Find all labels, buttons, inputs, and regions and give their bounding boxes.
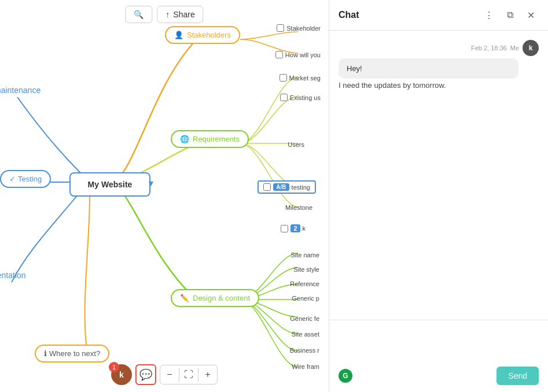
message-greeting: Hey! [339,58,518,79]
stakeholders-icon: 👤 [174,31,183,39]
cb-stakeholder[interactable]: Stakeholder [277,24,321,32]
badge-number: 2 [290,224,300,232]
close-chat-button[interactable]: ✕ [523,7,539,23]
chat-input[interactable] [339,327,539,362]
label-reference: Reference [290,280,319,287]
label-business: Business r [290,347,319,354]
sender-avatar: k [523,40,539,56]
bottom-bar: k 1 💬 − ⛶ + [111,364,218,385]
zoom-in-button[interactable]: + [198,365,217,384]
label-generic-p: Generic p [292,295,319,302]
chat-header: Chat ⋮ ⧉ ✕ [329,0,548,31]
close-icon: ✕ [527,10,535,21]
cb-existing[interactable]: Existing us [280,94,321,101]
node-where[interactable]: ℹ Where to next? [35,345,109,363]
design-icon: ✏️ [180,294,189,302]
chat-input-footer: G Send [339,367,539,385]
center-node-arrow: ▼ [147,179,155,188]
cb-market[interactable]: Market seg [279,74,321,82]
search-button[interactable]: 🔍 [125,6,152,23]
zoom-out-button[interactable]: − [160,365,179,384]
label-wireframe: Wire fram [292,363,319,370]
minimize-button[interactable]: ⧉ [502,7,518,23]
node-maintenance: maintenance [0,86,41,95]
more-options-button[interactable]: ⋮ [481,7,497,23]
chat-panel: Chat ⋮ ⧉ ✕ Feb 2, 18:36 Me k Hey! I need… [329,0,548,392]
message-item: Feb 2, 18:36 Me k Hey! I need the update… [339,40,539,92]
mindmap-area: 🔍 ↑ Share [0,0,329,392]
center-node-label: My Website [88,180,133,189]
sender-avatar-letter: k [529,44,533,52]
message-sender: Me [510,45,519,51]
minus-icon: − [167,369,172,380]
chat-bubble-icon: 💬 [139,368,152,381]
ab-label: testing [292,184,310,191]
message-time: Feb 2, 18:36 [471,45,507,51]
node-stakeholders[interactable]: 👤 Stakeholders [165,26,240,44]
chat-toggle-button[interactable]: 💬 [135,364,156,385]
label-sitename: Site name [290,252,319,258]
node-testing[interactable]: ✓ Testing [0,170,51,188]
stakeholders-label: Stakeholders [187,31,231,39]
mindmap-connections [0,0,329,392]
share-label: Share [173,10,194,19]
where-label: Where to next? [49,349,100,358]
plus-icon: + [205,369,210,380]
fit-screen-button[interactable]: ⛶ [179,365,198,384]
minimize-icon: ⧉ [507,10,513,20]
center-node[interactable]: My Website [69,172,150,197]
zoom-controls: − ⛶ + [160,365,218,384]
cb-how[interactable]: How will you [275,51,321,58]
node-documentation: imentation [0,271,26,280]
badge-node[interactable]: 2 k [281,224,306,232]
message-meta: Feb 2, 18:36 Me k [339,40,539,56]
label-sitestyle: Site style [293,266,319,273]
node-requirements[interactable]: 🌐 Requirements [171,130,249,148]
chat-title: Chat [339,10,476,20]
more-icon: ⋮ [484,10,494,21]
send-button[interactable]: Send [496,367,539,385]
testing-icon: ✓ [9,175,16,183]
ab-testing-node[interactable]: A/B testing [258,180,316,194]
avatar-letter: k [119,370,124,379]
label-users: Users [288,141,304,148]
requirements-label: Requirements [193,135,240,143]
label-generic-fe: Generic fe [290,315,319,322]
label-milestone: Milestone [285,204,312,211]
label-site-asset: Site asset [292,331,319,338]
design-label: Design & content [193,294,250,302]
badge-k-label: k [303,225,306,232]
testing-label: Testing [18,175,42,183]
ab-badge: A/B [273,183,289,191]
share-icon: ↑ [165,10,170,19]
toolbar: 🔍 ↑ Share [125,6,203,23]
chat-input-area: G Send [329,320,548,392]
search-icon: 🔍 [134,10,144,19]
node-design[interactable]: ✏️ Design & content [171,289,259,307]
where-icon: ℹ [44,349,47,358]
requirements-icon: 🌐 [180,135,189,143]
share-button[interactable]: ↑ Share [157,6,203,23]
expand-icon: ⛶ [184,369,193,380]
message-body: I need the updates by tomorrow. [339,79,539,92]
notification-badge: 1 [109,362,119,372]
chat-messages: Feb 2, 18:36 Me k Hey! I need the update… [329,31,548,320]
grammarly-icon: G [339,369,352,383]
